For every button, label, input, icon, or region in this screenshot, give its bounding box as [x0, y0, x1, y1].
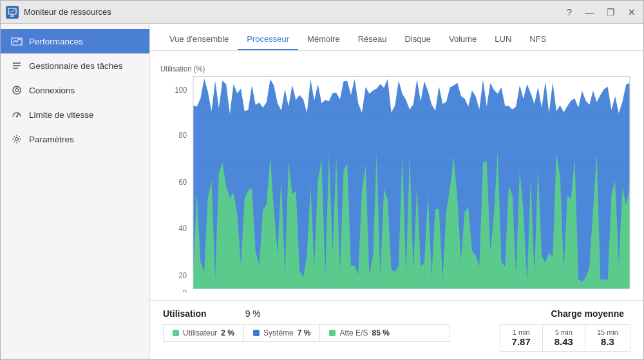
tab-disque[interactable]: Disque: [395, 29, 439, 50]
stats-left: Utilisation 9 % Utilisateur 2 % Système …: [163, 308, 450, 342]
breakdown-attente: Atte E/S 85 %: [320, 325, 398, 341]
tasks-icon: [11, 60, 23, 71]
utilization-label: Utilisation: [163, 308, 207, 319]
tab-volume[interactable]: Volume: [440, 29, 486, 50]
gear-icon: [11, 133, 23, 145]
sidebar-item-connexions[interactable]: Connexions: [1, 78, 149, 102]
charge-15min-value: 8.3: [597, 336, 618, 347]
chart-area: Utilisation (%) 100 80 60 40 20 0: [150, 51, 643, 300]
tab-memoire[interactable]: Mémoire: [298, 29, 349, 50]
attente-color-dot: [329, 330, 336, 336]
charge-15min: 15 min 8.3: [585, 325, 630, 351]
window-title: Moniteur de ressources: [24, 7, 564, 17]
systeme-color-dot: [253, 330, 260, 336]
sidebar-item-performances[interactable]: Performances: [1, 29, 149, 53]
utilization-row: Utilisation 9 %: [163, 308, 450, 319]
app-icon: [6, 6, 19, 19]
breakdown-utilisateur: Utilisateur 2 %: [164, 325, 244, 341]
charge-5min-value: 8.43: [554, 336, 573, 347]
charge-5min-label: 5 min: [554, 328, 573, 336]
tab-reseau[interactable]: Réseau: [349, 29, 396, 50]
charge-5min: 5 min 8.43: [543, 325, 585, 351]
plug-icon: [11, 84, 23, 96]
main-layout: Performances Gestionnaire des tâches: [1, 24, 643, 359]
tabbar: Vue d'ensemble Processeur Mémoire Réseau…: [150, 24, 643, 51]
charge-1min-value: 7.87: [512, 336, 531, 347]
systeme-label: Système: [263, 328, 294, 337]
svg-point-13: [15, 138, 19, 141]
svg-text:80: 80: [179, 131, 187, 139]
charge-1min: 1 min 7.87: [500, 325, 543, 351]
systeme-value: 7 %: [298, 328, 311, 337]
svg-text:20: 20: [179, 271, 187, 279]
utilisateur-label: Utilisateur: [183, 328, 217, 337]
svg-point-12: [16, 116, 17, 117]
svg-text:0: 0: [183, 289, 187, 292]
sidebar-label-gestionnaire: Gestionnaire des tâches: [29, 61, 123, 71]
charge-1min-label: 1 min: [512, 328, 531, 336]
svg-text:60: 60: [179, 177, 187, 185]
speed-icon: [11, 109, 23, 120]
stats-bar: Utilisation 9 % Utilisateur 2 % Système …: [150, 300, 643, 359]
utilization-value: 9 %: [245, 308, 261, 319]
maximize-button[interactable]: ❐: [604, 6, 618, 19]
tab-lun[interactable]: LUN: [486, 29, 520, 50]
close-button[interactable]: ✕: [625, 6, 638, 19]
stats-right: Charge moyenne 1 min 7.87 5 min 8.43 15 …: [450, 308, 630, 352]
svg-point-9: [15, 89, 19, 92]
chart-container: Utilisation (%) 100 80 60 40 20 0: [160, 59, 633, 292]
tab-nfs[interactable]: NFS: [520, 29, 555, 50]
sidebar-item-limite[interactable]: Limite de vitesse: [1, 102, 149, 127]
svg-rect-0: [8, 8, 16, 14]
svg-text:100: 100: [175, 85, 187, 93]
attente-value: 85 %: [372, 328, 389, 337]
window-controls: ? — ❐ ✕: [564, 6, 638, 19]
utilisateur-value: 2 %: [221, 328, 234, 337]
sidebar-label-limite: Limite de vitesse: [29, 110, 94, 120]
breakdown-systeme: Système 7 %: [244, 325, 320, 341]
chart-icon: [11, 35, 23, 47]
titlebar: Moniteur de ressources ? — ❐ ✕: [1, 1, 643, 24]
svg-text:40: 40: [179, 224, 187, 232]
sidebar: Performances Gestionnaire des tâches: [1, 24, 150, 359]
help-button[interactable]: ?: [564, 6, 574, 19]
utilisateur-color-dot: [173, 330, 179, 336]
sidebar-item-parametres[interactable]: Paramètres: [1, 127, 149, 151]
sidebar-label-performances: Performances: [29, 37, 83, 46]
sidebar-label-parametres: Paramètres: [29, 135, 74, 144]
window: Moniteur de ressources ? — ❐ ✕ Performan…: [0, 0, 644, 360]
stats-breakdown: Utilisateur 2 % Système 7 % Atte E/S 85 …: [163, 324, 450, 342]
tab-vue-ensemble[interactable]: Vue d'ensemble: [160, 29, 238, 50]
charge-items: 1 min 7.87 5 min 8.43 15 min 8.3: [500, 324, 630, 352]
cpu-chart: Utilisation (%) 100 80 60 40 20 0: [160, 59, 633, 292]
minimize-button[interactable]: —: [582, 6, 596, 19]
charge-label: Charge moyenne: [551, 308, 624, 319]
tab-processeur[interactable]: Processeur: [238, 29, 298, 50]
sidebar-label-connexions: Connexions: [29, 86, 75, 95]
sidebar-item-gestionnaire[interactable]: Gestionnaire des tâches: [1, 53, 149, 78]
svg-text:Utilisation (%): Utilisation (%): [160, 64, 205, 72]
charge-15min-label: 15 min: [597, 328, 618, 336]
attente-label: Atte E/S: [339, 328, 368, 337]
content-area: Vue d'ensemble Processeur Mémoire Réseau…: [150, 24, 643, 359]
